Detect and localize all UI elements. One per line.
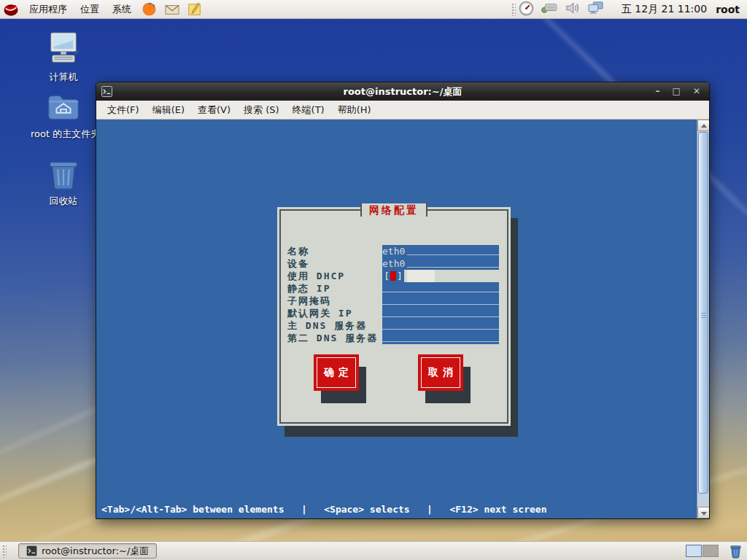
task-button-label: root@instructor:~/桌面	[42, 545, 149, 558]
menu-edit[interactable]: 编辑(E)	[146, 101, 191, 119]
terminal-scrollbar[interactable]	[697, 120, 709, 518]
network-config-dialog: 网络配置 名称 设备 使用 DHCP 静态 IP 子网掩码 默认网关 IP 主 …	[277, 207, 511, 426]
label-static-ip: 静态 IP	[287, 282, 330, 295]
field-secondary-dns[interactable]	[382, 332, 499, 344]
checkbox-open-bracket: [	[384, 271, 390, 282]
home-folder-icon	[46, 92, 81, 124]
system-monitor-gauge-icon[interactable]	[519, 1, 534, 18]
minimize-button[interactable]: –	[656, 82, 660, 101]
volume-icon[interactable]	[565, 1, 581, 18]
maximize-button[interactable]: □	[673, 82, 681, 101]
top-panel: 应用程序 位置 系统	[0, 0, 747, 19]
desktop-icon-label: 计算机	[31, 71, 96, 84]
field-name-value: eth0	[382, 245, 407, 257]
notes-launcher-icon[interactable]	[187, 2, 202, 17]
text-cursor	[390, 271, 396, 281]
scrollbar-thumb[interactable]	[698, 132, 708, 494]
cancel-button[interactable]: 取消	[418, 354, 463, 391]
workspace-switcher	[686, 545, 719, 557]
task-button-terminal[interactable]: root@instructor:~/桌面	[18, 543, 157, 559]
ok-button-label: 确定	[317, 357, 356, 388]
label-use-dhcp: 使用 DHCP	[287, 270, 345, 282]
scroll-up-arrow-icon[interactable]	[697, 120, 709, 131]
menu-places[interactable]: 位置	[74, 0, 106, 18]
field-device-value: eth0	[382, 257, 407, 270]
tui-help-line: <Tab>/<Alt-Tab> between elements | <Spac…	[101, 504, 546, 515]
panel-separator	[511, 3, 516, 16]
terminal-icon	[26, 545, 37, 556]
desktop-icon-label: root 的主文件夹	[31, 128, 96, 141]
user-switcher[interactable]: root	[716, 4, 740, 15]
close-button[interactable]: ✕	[693, 82, 700, 101]
menu-search[interactable]: 搜索 (S)	[237, 101, 286, 119]
menu-applications[interactable]: 应用程序	[23, 0, 74, 18]
dhcp-focus-highlight	[407, 270, 435, 282]
label-netmask: 子网掩码	[287, 295, 331, 307]
dhcp-checkbox[interactable]: []	[382, 270, 404, 282]
field-device[interactable]: eth0	[382, 257, 499, 270]
ok-button[interactable]: 确定	[314, 354, 359, 391]
network-displays-icon[interactable]	[587, 1, 604, 18]
dhcp-checkbox-row: []	[382, 270, 435, 282]
scroll-down-arrow-icon[interactable]	[697, 507, 709, 518]
cancel-button-label: 取消	[421, 357, 460, 388]
desktop-icon-home-folder[interactable]: root 的主文件夹	[31, 92, 96, 141]
trash-applet-icon[interactable]	[729, 544, 743, 559]
terminal-window: root@instructor:~/桌面 – □ ✕ 文件(F) 编辑(E) 查…	[96, 82, 710, 519]
label-name: 名称	[287, 245, 309, 257]
label-primary-dns: 主 DNS 服务器	[287, 319, 367, 332]
input-devices-icon[interactable]	[541, 1, 558, 17]
dialog-title: 网络配置	[360, 203, 427, 217]
terminal-icon	[101, 86, 112, 97]
terminal-content[interactable]: 网络配置 名称 设备 使用 DHCP 静态 IP 子网掩码 默认网关 IP 主 …	[96, 120, 709, 518]
label-device: 设备	[287, 257, 309, 270]
bottom-taskbar: root@instructor:~/桌面	[0, 541, 747, 560]
mail-launcher-icon[interactable]	[164, 3, 180, 16]
menu-terminal[interactable]: 终端(T)	[286, 101, 331, 119]
clock-applet[interactable]: 五 12月 21 11:00	[622, 3, 707, 16]
desktop-icon-computer[interactable]: 计算机	[31, 31, 96, 84]
desktop-icon-label: 回收站	[31, 195, 96, 208]
trash-icon	[47, 158, 80, 191]
label-secondary-dns: 第二 DNS 服务器	[287, 332, 378, 344]
menu-system[interactable]: 系统	[106, 0, 138, 18]
menu-help[interactable]: 帮助(H)	[331, 101, 378, 119]
desktop-icon-trash[interactable]: 回收站	[31, 158, 96, 208]
panel-drag-handle[interactable]	[2, 545, 7, 558]
field-gateway-ip[interactable]	[382, 307, 499, 319]
terminal-menubar: 文件(F) 编辑(E) 查看(V) 搜索 (S) 终端(T) 帮助(H)	[96, 101, 709, 120]
distro-menu-icon[interactable]	[3, 2, 19, 17]
menu-view[interactable]: 查看(V)	[191, 101, 237, 119]
firefox-launcher-icon[interactable]	[142, 1, 157, 17]
computer-icon	[45, 31, 82, 67]
field-static-ip[interactable]	[382, 282, 499, 295]
field-primary-dns[interactable]	[382, 319, 499, 332]
workspace-1[interactable]	[686, 545, 702, 557]
checkbox-close-bracket: ]	[397, 271, 403, 282]
field-name[interactable]: eth0	[382, 245, 499, 257]
workspace-2[interactable]	[703, 545, 719, 557]
field-netmask[interactable]	[382, 295, 499, 307]
label-gateway-ip: 默认网关 IP	[287, 307, 352, 319]
window-titlebar[interactable]: root@instructor:~/桌面 – □ ✕	[96, 82, 709, 101]
menu-file[interactable]: 文件(F)	[101, 101, 146, 119]
window-title: root@instructor:~/桌面	[96, 85, 709, 98]
